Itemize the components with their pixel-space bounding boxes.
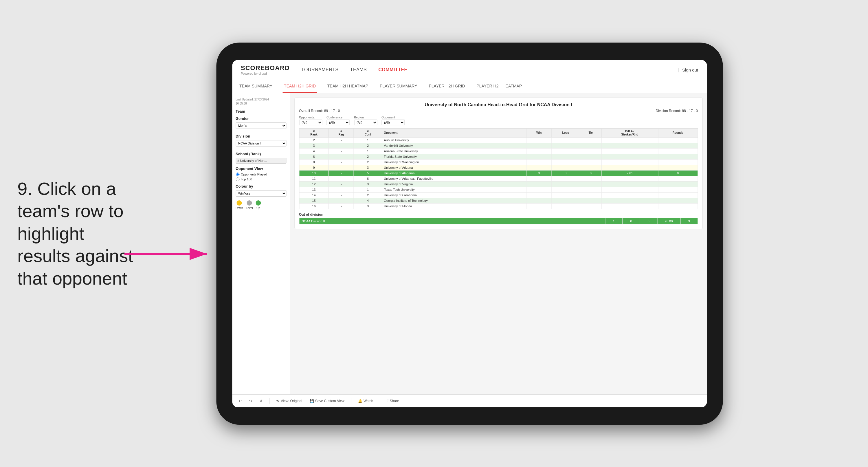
table-cell: [580, 176, 601, 181]
col-opponent: Opponent: [382, 128, 527, 137]
table-cell: 8: [658, 170, 698, 176]
table-row[interactable]: 2-1Auburn University: [299, 137, 698, 143]
table-cell: -: [329, 137, 354, 143]
opponents-filter-label: Opponents:: [299, 116, 322, 119]
region-filter-select[interactable]: (All): [354, 120, 377, 125]
toolbar-sep-3: [380, 398, 380, 404]
sub-nav-player-summary[interactable]: PLAYER SUMMARY: [378, 80, 418, 93]
table-cell: [551, 192, 580, 198]
table-row[interactable]: 15-4Georgia Institute of Technology: [299, 198, 698, 203]
table-cell: 11: [299, 176, 329, 181]
table-row[interactable]: 14-2University of Oklahoma: [299, 192, 698, 198]
table-cell: [580, 165, 601, 170]
table-cell: [580, 198, 601, 203]
table-row[interactable]: 11-6University of Arkansas, Fayetteville: [299, 176, 698, 181]
table-cell: 15: [299, 198, 329, 203]
sub-nav-team-h2h-heatmap[interactable]: TEAM H2H HEATMAP: [326, 80, 370, 93]
table-row[interactable]: 13-1Texas Tech University: [299, 187, 698, 192]
table-cell: Vanderbilt University: [382, 143, 527, 148]
nav-teams[interactable]: TEAMS: [350, 67, 367, 72]
table-cell: 2.61: [601, 170, 658, 176]
table-cell: -: [329, 148, 354, 154]
table-cell: [658, 137, 698, 143]
col-loss: Loss: [551, 128, 580, 137]
nav-committee[interactable]: COMMITTEE: [378, 67, 407, 72]
table-row[interactable]: 10-5University of Alabama3002.618: [299, 170, 698, 176]
table-cell: [658, 154, 698, 159]
table-cell: 2: [354, 154, 382, 159]
table-cell: 0: [551, 170, 580, 176]
legend-down-dot: [237, 200, 242, 206]
gender-select[interactable]: Men's: [236, 122, 286, 129]
table-row[interactable]: 4-1Arizona State University: [299, 148, 698, 154]
table-cell: [580, 143, 601, 148]
table-cell: University of Virginia: [382, 181, 527, 187]
table-cell: [658, 148, 698, 154]
left-panel: Last Updated: 27/03/2024 16:55:38 Team G…: [232, 93, 290, 394]
view-original-btn[interactable]: 👁 View: Original: [274, 398, 305, 404]
view-original-label: View: Original: [281, 399, 302, 403]
opponent-filter-select[interactable]: (All): [381, 120, 405, 125]
table-cell: [527, 181, 551, 187]
division-select[interactable]: NCAA Division I: [236, 140, 286, 146]
table-cell: [527, 198, 551, 203]
table-cell: [601, 159, 658, 165]
save-custom-view-btn[interactable]: 💾 Save Custom View: [307, 398, 347, 404]
nav-tournaments[interactable]: TOURNAMENTS: [301, 67, 339, 72]
table-row[interactable]: 12-3University of Virginia: [299, 181, 698, 187]
sign-out-link[interactable]: Sign out: [682, 67, 698, 72]
sub-nav-player-h2h-grid[interactable]: PLAYER H2H GRID: [428, 80, 467, 93]
reset-btn[interactable]: ↺: [257, 398, 265, 404]
table-cell: [601, 176, 658, 181]
conference-filter: Conference (All): [327, 116, 350, 125]
bottom-toolbar: ↩ ↪ ↺ 👁 View: Original 💾 Save Custom Vie…: [232, 394, 707, 407]
main-content: Last Updated: 27/03/2024 16:55:38 Team G…: [232, 93, 707, 394]
colour-by-select[interactable]: Win/loss: [236, 190, 286, 197]
share-btn[interactable]: ⤴ Share: [385, 398, 401, 404]
table-cell: 2: [354, 143, 382, 148]
table-row[interactable]: 8-2University of Washington: [299, 159, 698, 165]
legend-up-dot: [255, 200, 261, 206]
table-cell: -: [329, 154, 354, 159]
table-cell: [551, 165, 580, 170]
conference-filter-select[interactable]: (All): [327, 120, 350, 125]
table-cell: 3: [354, 181, 382, 187]
sub-nav-team-summary[interactable]: TEAM SUMMARY: [238, 80, 274, 93]
radio-opponents-played[interactable]: Opponents Played: [236, 173, 286, 176]
table-cell: [551, 176, 580, 181]
opponents-played-label: Opponents Played: [241, 173, 267, 176]
table-cell: [601, 165, 658, 170]
sub-nav-team-h2h-grid[interactable]: TEAM H2H GRID: [282, 80, 317, 93]
col-conf: #Conf: [354, 128, 382, 137]
table-cell: [551, 154, 580, 159]
radio-top-100[interactable]: Top 100: [236, 177, 286, 181]
watch-btn[interactable]: 🔔 Watch: [356, 398, 376, 404]
table-cell: [601, 181, 658, 187]
grid-title: University of North Carolina Head-to-Hea…: [299, 102, 698, 108]
legend-up-label: Up: [256, 206, 260, 210]
redo-btn[interactable]: ↪: [247, 398, 254, 404]
out-of-division-row[interactable]: NCAA Division II 1 0 0 26.00 3: [299, 218, 698, 224]
table-row[interactable]: 16-3University of Florida: [299, 203, 698, 209]
ood-loss: 0: [623, 218, 640, 224]
table-cell: [580, 187, 601, 192]
table-cell: -: [329, 165, 354, 170]
table-cell: [527, 148, 551, 154]
undo-btn[interactable]: ↩: [237, 398, 244, 404]
ood-rounds: 3: [680, 218, 698, 224]
table-cell: [527, 143, 551, 148]
table-cell: 3: [299, 143, 329, 148]
table-cell: [658, 181, 698, 187]
ood-label: NCAA Division II: [299, 218, 605, 224]
division-record: Division Record: 88 - 17 - 0: [656, 109, 698, 113]
opponent-filter: Opponent (All): [381, 116, 405, 125]
nav-links: TOURNAMENTS TEAMS COMMITTEE: [301, 67, 666, 72]
sub-nav-player-h2h-heatmap[interactable]: PLAYER H2H HEATMAP: [475, 80, 524, 93]
table-row[interactable]: 6-2Florida State University: [299, 154, 698, 159]
legend-row: Down Level Up: [236, 200, 286, 210]
opponents-filter-select[interactable]: (All): [299, 120, 322, 125]
table-row[interactable]: 3-2Vanderbilt University: [299, 143, 698, 148]
table-cell: [551, 143, 580, 148]
table-row[interactable]: 9-3University of Arizona: [299, 165, 698, 170]
toolbar-sep-2: [351, 398, 351, 404]
